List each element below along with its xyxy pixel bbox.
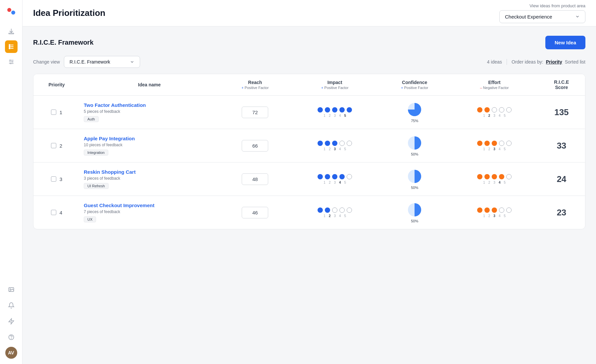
effort-dot [477, 107, 482, 113]
idea-tag: Integration [84, 150, 108, 156]
priority-number: 3 [60, 176, 62, 182]
idea-name-link[interactable]: Apple Pay Integration [84, 136, 215, 141]
sidebar-item-prioritize[interactable] [5, 40, 18, 53]
sidebar: AV [0, 0, 23, 364]
sidebar-item-bell[interactable] [5, 299, 18, 312]
effort-cell: 12345 [451, 96, 538, 129]
order-label: Order ideas by: [512, 59, 543, 65]
framework-title: R.I.C.E. Framework [33, 39, 93, 46]
priority-cell: 3 [33, 162, 80, 196]
effort-rating: 12345 [455, 174, 534, 184]
reach-input[interactable] [242, 207, 268, 218]
confidence-indicator: 75% [382, 102, 447, 123]
effort-rating: 12345 [455, 207, 534, 218]
idea-name-cell: Two Factor Authentication 5 pieces of fe… [80, 96, 219, 129]
priority-cell: 2 [33, 129, 80, 162]
impact-cell: 12345 [291, 196, 378, 229]
effort-dot [484, 207, 490, 213]
priority-number: 2 [60, 143, 62, 149]
view-select-dropdown[interactable]: R.I.C.E. Framework [64, 56, 140, 68]
confidence-cell: 50% [378, 129, 451, 162]
rice-score-cell: 135 [538, 96, 585, 129]
row-checkbox[interactable] [51, 143, 56, 148]
new-idea-button[interactable]: New Idea [545, 36, 585, 49]
impact-dot [325, 207, 330, 213]
idea-tag: UX [84, 216, 96, 222]
impact-dot [318, 141, 323, 146]
sidebar-item-sliders[interactable] [5, 56, 18, 68]
table-row: 1 Two Factor Authentication 5 pieces of … [33, 96, 585, 129]
idea-name-link[interactable]: Reskin Shopping Cart [84, 169, 215, 175]
view-ideas-label: View ideas from product area [529, 3, 585, 8]
sidebar-item-lightning[interactable] [5, 315, 18, 328]
rice-score-value: 24 [557, 174, 566, 184]
change-view-label: Change view [33, 59, 60, 65]
row-checkbox[interactable] [51, 176, 56, 182]
rice-score-value: 33 [557, 141, 566, 151]
impact-rating: 12345 [295, 207, 374, 218]
impact-dot [347, 141, 352, 146]
confidence-indicator: 50% [382, 168, 447, 190]
effort-dot [506, 107, 512, 113]
idea-name-link[interactable]: Guest Checkout Improvement [84, 203, 215, 208]
change-view-group: Change view R.I.C.E. Framework [33, 56, 140, 68]
effort-dot [499, 207, 504, 213]
effort-dot [506, 141, 512, 146]
impact-dot [332, 141, 337, 146]
sidebar-item-download[interactable] [5, 25, 18, 38]
col-confidence: Confidence + Positive Factor [378, 74, 451, 96]
rice-score-cell: 23 [538, 196, 585, 229]
svg-point-5 [9, 46, 10, 47]
impact-dot [332, 107, 337, 113]
idea-feedback: 7 pieces of feedback [84, 209, 215, 214]
col-impact-sub: + Positive Factor [295, 86, 374, 90]
effort-cell: 12345 [451, 129, 538, 162]
col-impact: Impact + Positive Factor [291, 74, 378, 96]
impact-rating: 12345 [295, 174, 374, 184]
product-area-dropdown[interactable]: Checkout Experience [499, 10, 585, 23]
reach-input[interactable] [242, 140, 268, 152]
reach-input[interactable] [242, 107, 268, 118]
impact-dot [339, 107, 345, 113]
impact-dot [332, 207, 337, 213]
sidebar-item-image[interactable] [5, 283, 18, 296]
ideas-count: 4 ideas [487, 59, 502, 65]
confidence-pie [407, 168, 422, 184]
idea-tag: Auth [84, 116, 99, 122]
framework-header: R.I.C.E. Framework New Idea [33, 36, 585, 49]
impact-dot [318, 107, 323, 113]
app-logo[interactable] [5, 5, 17, 17]
col-reach: Reach + Positive Factor [219, 74, 291, 96]
confidence-cell: 50% [378, 196, 451, 229]
rice-score-value: 135 [554, 107, 569, 117]
ideas-table-wrapper: Priority Idea name Reach + Positive Fact… [33, 74, 585, 229]
row-checkbox[interactable] [51, 210, 56, 215]
confidence-pie [407, 202, 422, 218]
rice-score-value: 23 [557, 207, 566, 217]
user-avatar[interactable]: AV [5, 347, 17, 359]
idea-name-cell: Guest Checkout Improvement 7 pieces of f… [80, 196, 219, 229]
sidebar-item-help[interactable] [5, 331, 18, 343]
impact-dot [347, 174, 352, 179]
svg-point-6 [9, 48, 10, 49]
idea-feedback: 5 pieces of feedback [84, 109, 215, 114]
col-priority: Priority [33, 74, 80, 96]
topbar: Idea Prioritization View ideas from prod… [23, 0, 596, 26]
table-header-row: Priority Idea name Reach + Positive Fact… [33, 74, 585, 96]
idea-feedback: 3 pieces of feedback [84, 176, 215, 181]
idea-feedback: 10 pieces of feedback [84, 143, 215, 147]
effort-dot [499, 174, 504, 179]
main-content: Idea Prioritization View ideas from prod… [23, 0, 596, 364]
effort-dot [492, 207, 497, 213]
svg-point-1 [7, 8, 11, 12]
effort-dot [477, 141, 482, 146]
order-sorted-button[interactable]: Sorted list [565, 59, 585, 65]
row-checkbox[interactable] [51, 110, 56, 115]
impact-dot [332, 174, 337, 179]
reach-input[interactable] [242, 173, 268, 185]
idea-name-link[interactable]: Two Factor Authentication [84, 102, 215, 108]
priority-cell: 4 [33, 196, 80, 229]
col-confidence-sub: + Positive Factor [382, 86, 447, 90]
order-priority-button[interactable]: Priority [546, 59, 562, 65]
reach-cell [219, 129, 291, 162]
